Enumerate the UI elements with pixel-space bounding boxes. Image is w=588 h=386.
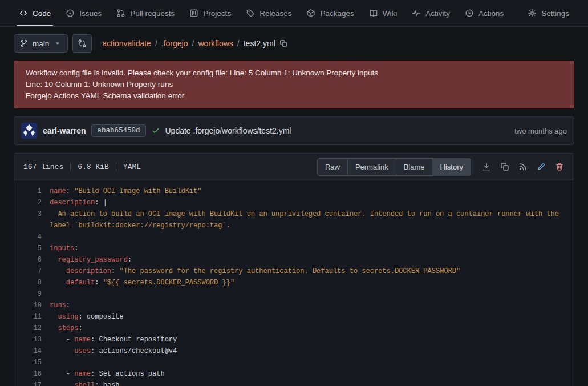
line-number[interactable]: 12: [14, 323, 50, 334]
code-content: steps:: [50, 323, 574, 334]
breadcrumb-segment[interactable]: test2.yml: [244, 39, 275, 48]
line-number[interactable]: 5: [14, 243, 50, 254]
code-content: - name: Set actions path: [50, 368, 574, 380]
code-content: uses: actions/checkout@v4: [50, 345, 574, 357]
meta-divider: [70, 162, 71, 171]
rss-icon: [518, 162, 528, 171]
nav-item-actions[interactable]: Actions: [457, 0, 511, 26]
breadcrumb-segment[interactable]: actionvalidate: [102, 39, 151, 48]
nav-item-pull-requests[interactable]: Pull requests: [109, 0, 182, 26]
line-number[interactable]: 1: [14, 186, 50, 197]
line-number[interactable]: 14: [14, 345, 50, 357]
nav-item-issues[interactable]: Issues: [58, 0, 109, 26]
project-icon: [189, 9, 198, 18]
issue-icon: [66, 9, 75, 18]
edit-icon: [537, 162, 546, 171]
download-file-button[interactable]: [478, 159, 495, 175]
nav-item-label: Packages: [320, 9, 354, 18]
breadcrumb-segment[interactable]: .forgejo: [161, 39, 188, 48]
breadcrumb-group-actionvalidate: actionvalidate /: [102, 39, 157, 48]
file-path-bar: main actionvalidate / .forgejo / workflo…: [0, 27, 588, 53]
nav-item-label: Pull requests: [130, 9, 175, 18]
code-line: 4: [14, 231, 574, 243]
nav-item-releases[interactable]: Releases: [238, 0, 299, 26]
code-line: 5 inputs:: [14, 243, 574, 254]
commit-message[interactable]: Update .forgejo/workflows/test2.yml: [165, 126, 291, 135]
line-number[interactable]: 16: [14, 368, 50, 380]
code-line: 16 - name: Set actions path: [14, 368, 574, 380]
commit-status-success-icon[interactable]: [152, 127, 160, 135]
delete-icon: [555, 162, 564, 171]
line-number[interactable]: 17: [14, 380, 50, 386]
file-view: 167 lines 6.8 KiB YAML RawPermalinkBlame…: [14, 153, 574, 386]
line-number[interactable]: 15: [14, 357, 50, 368]
file-language: YAML: [123, 163, 141, 171]
play-icon: [465, 9, 474, 18]
line-number[interactable]: 6: [14, 254, 50, 266]
nav-item-settings[interactable]: Settings: [520, 0, 577, 26]
copy-content-button[interactable]: [496, 159, 513, 175]
file-view-button-raw[interactable]: Raw: [317, 158, 348, 176]
code-content: - name: Checkout repository: [50, 334, 574, 345]
code-line: 15: [14, 357, 574, 368]
code-content: [50, 231, 574, 243]
code-content: [50, 357, 574, 368]
code-line: 12 steps:: [14, 323, 574, 334]
book-icon: [369, 9, 378, 18]
branch-selector[interactable]: main: [14, 34, 68, 53]
commit-hash-badge[interactable]: abab65450d: [91, 124, 145, 137]
repo-tab-bar: Code Issues Pull requests Projects Relea…: [0, 0, 588, 27]
code-content: name: "Build OCI Image with BuildKit": [50, 186, 574, 197]
commit-author[interactable]: earl-warren: [43, 126, 86, 135]
file-view-button-permalink[interactable]: Permalink: [347, 158, 396, 176]
delete-file-button[interactable]: [551, 159, 568, 175]
line-number[interactable]: 2: [14, 197, 50, 208]
nav-item-packages[interactable]: Packages: [299, 0, 361, 26]
activity-icon: [412, 9, 421, 18]
error-banner: Workflow config file is invalid. Please …: [14, 61, 574, 108]
tag-icon: [246, 9, 255, 18]
nav-item-label: Projects: [203, 9, 231, 18]
line-number[interactable]: 3: [14, 208, 50, 231]
code-content: inputs:: [50, 243, 574, 254]
line-number[interactable]: 9: [14, 288, 50, 300]
breadcrumb-separator: /: [237, 39, 240, 48]
copy-path-button[interactable]: [279, 39, 287, 47]
chevron-down-icon: [54, 39, 62, 47]
breadcrumb-group-.forgejo: .forgejo /: [161, 39, 194, 48]
code-content: runs:: [50, 300, 574, 311]
code-line: 13 - name: Checkout repository: [14, 334, 574, 345]
line-number[interactable]: 10: [14, 300, 50, 311]
line-number[interactable]: 4: [14, 231, 50, 243]
breadcrumb-separator: /: [155, 39, 157, 48]
download-icon: [482, 162, 491, 171]
file-line-count: 167 lines: [23, 163, 63, 171]
line-number[interactable]: 11: [14, 311, 50, 323]
file-view-button-history[interactable]: History: [432, 158, 471, 176]
error-banner-line: Workflow config file is invalid. Please …: [26, 67, 562, 79]
error-banner-line: Forgejo Actions YAML Schema validation e…: [26, 90, 562, 102]
code-line: 8 default: "${{ secrets.DOCKER_PASSWORD …: [14, 277, 574, 288]
code-view: 1 name: "Build OCI Image with BuildKit" …: [14, 180, 574, 386]
line-number[interactable]: 8: [14, 277, 50, 288]
line-number[interactable]: 13: [14, 334, 50, 345]
nav-item-label: Wiki: [383, 9, 398, 18]
file-view-button-blame[interactable]: Blame: [396, 158, 433, 176]
nav-item-projects[interactable]: Projects: [182, 0, 238, 26]
compare-button[interactable]: [72, 34, 92, 53]
nav-item-label: Code: [33, 9, 51, 18]
edit-file-button[interactable]: [533, 159, 550, 175]
nav-item-activity[interactable]: Activity: [404, 0, 457, 26]
nav-item-code[interactable]: Code: [11, 0, 58, 26]
git-branch-icon: [20, 39, 28, 47]
nav-item-label: Actions: [478, 9, 504, 18]
line-number[interactable]: 7: [14, 266, 50, 277]
nav-item-wiki[interactable]: Wiki: [362, 0, 405, 26]
code-content: shell: bash: [50, 380, 574, 386]
avatar[interactable]: [21, 123, 37, 139]
nav-item-label: Activity: [425, 9, 450, 18]
meta-divider: [116, 162, 116, 171]
rss-feed-button[interactable]: [514, 159, 532, 175]
breadcrumb-segment[interactable]: workflows: [198, 39, 233, 48]
code-line: 11 using: composite: [14, 311, 574, 323]
